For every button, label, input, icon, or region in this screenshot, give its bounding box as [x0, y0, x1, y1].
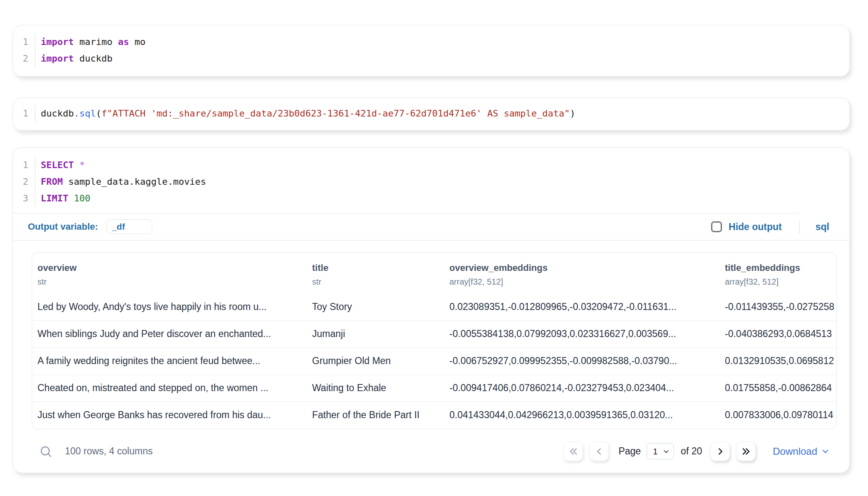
- previous-page-button[interactable]: [589, 441, 609, 461]
- download-label: Download: [773, 446, 817, 457]
- chevron-down-icon: [821, 447, 829, 455]
- last-page-button[interactable]: [736, 441, 756, 461]
- table-body: Led by Woody, Andy's toys live happily i…: [32, 293, 837, 429]
- row-count-summary: 100 rows, 4 columns: [65, 446, 153, 457]
- code-editor[interactable]: 1import marimo as mo2import duckdb: [13, 34, 849, 67]
- chevron-left-icon: [594, 446, 605, 457]
- duckdb-attach-cell: 1duckdb.sql(f"ATTACH 'md:_share/sample_d…: [12, 97, 850, 131]
- table-cell: 0.01755858,-0.00862864: [719, 374, 837, 402]
- code-token: f"ATTACH 'md:_share/sample_data/23b0d623…: [102, 108, 570, 119]
- column-dtype: str: [37, 277, 303, 287]
- column-dtype: array[f32, 512]: [725, 277, 834, 287]
- line-number: 3: [13, 190, 35, 207]
- table-row: Just when George Banks has recovered fro…: [32, 402, 837, 429]
- code-text: import marimo as mo: [35, 34, 146, 50]
- code-token: *: [79, 160, 85, 170]
- column-dtype: array[f32, 512]: [449, 277, 716, 287]
- column-name: overview: [37, 263, 303, 273]
- table-cell: Jumanji: [307, 320, 444, 347]
- table-cell: A family wedding reignites the ancient f…: [32, 347, 307, 374]
- table-cell: Just when George Banks has recovered fro…: [32, 402, 307, 429]
- code-line: 1SELECT *: [13, 157, 849, 174]
- code-line: 3LIMIT 100: [13, 190, 849, 207]
- column-name: overview_embeddings: [449, 263, 716, 273]
- table-cell: 0.007833006,0.09780114: [719, 402, 837, 429]
- next-page-button[interactable]: [710, 441, 730, 461]
- dataframe-table: overviewstrtitlestroverview_embeddingsar…: [32, 253, 837, 429]
- language-toggle-sql[interactable]: sql: [816, 221, 829, 233]
- page-select[interactable]: 1: [647, 443, 674, 459]
- code-token: [74, 160, 79, 170]
- code-token: marimo: [74, 37, 118, 47]
- chevrons-left-icon: [568, 446, 579, 457]
- code-token: duckdb: [41, 108, 74, 119]
- table-footer: 100 rows, 4 columns Page 1: [32, 441, 837, 473]
- chevrons-right-icon: [741, 446, 751, 457]
- output-variable-input[interactable]: [107, 219, 152, 234]
- table-row: Cheated on, mistreated and stepped on, t…: [32, 374, 837, 402]
- code-text: import duckdb: [35, 50, 112, 67]
- column-header[interactable]: overview_embeddingsarray[f32, 512]: [444, 253, 719, 293]
- table-cell: 0.041433044,0.042966213,0.0039591365,0.0…: [444, 402, 719, 429]
- table-cell: Cheated on, mistreated and stepped on, t…: [32, 374, 307, 402]
- page-count-label: of 20: [681, 446, 702, 457]
- first-page-button[interactable]: [563, 441, 583, 461]
- table-row: Led by Woody, Andy's toys live happily i…: [32, 293, 837, 320]
- code-editor[interactable]: 1duckdb.sql(f"ATTACH 'md:_share/sample_d…: [13, 105, 849, 122]
- table-cell: -0.011439355,-0.0275258: [719, 293, 837, 320]
- code-token: LIMIT: [41, 193, 68, 203]
- column-name: title: [312, 263, 441, 273]
- code-text: FROM sample_data.kaggle.movies: [35, 174, 206, 190]
- vertical-divider: [799, 220, 800, 234]
- column-header[interactable]: titlestr: [307, 253, 444, 293]
- python-import-cell: 1import marimo as mo2import duckdb: [12, 25, 850, 77]
- sql-editor[interactable]: 1SELECT *2FROM sample_data.kaggle.movies…: [13, 157, 849, 207]
- code-token: SELECT: [41, 160, 74, 170]
- code-token: 100: [74, 193, 90, 203]
- table-header: overviewstrtitlestroverview_embeddingsar…: [32, 253, 837, 293]
- chevron-right-icon: [715, 446, 726, 457]
- code-text: duckdb.sql(f"ATTACH 'md:_share/sample_da…: [35, 105, 575, 122]
- code-line: 2FROM sample_data.kaggle.movies: [13, 174, 849, 190]
- hide-output-label[interactable]: Hide output: [729, 221, 782, 233]
- page-select-value: 1: [653, 446, 658, 456]
- code-token: FROM: [41, 176, 63, 187]
- output-variable-bar: Output variable: Hide output sql: [13, 213, 849, 240]
- sql-query-cell: 1SELECT *2FROM sample_data.kaggle.movies…: [12, 147, 850, 473]
- table-cell: Grumpier Old Men: [307, 347, 444, 374]
- hide-output-checkbox[interactable]: [711, 221, 722, 232]
- code-token: (: [96, 108, 101, 119]
- table-cell: 0.023089351,-0.012809965,-0.03209472,-0.…: [444, 293, 719, 320]
- column-header[interactable]: title_embeddingsarray[f32, 512]: [719, 253, 837, 293]
- line-number: 2: [13, 50, 35, 67]
- code-token: ): [570, 108, 575, 119]
- column-header[interactable]: overviewstr: [32, 253, 307, 293]
- code-line: 1duckdb.sql(f"ATTACH 'md:_share/sample_d…: [13, 105, 849, 122]
- code-token: .: [74, 108, 79, 119]
- table-cell: Toy Story: [307, 293, 444, 320]
- column-dtype: str: [312, 277, 441, 287]
- table-cell: -0.006752927,0.099952355,-0.009982588,-0…: [444, 347, 719, 374]
- code-token: mo: [129, 37, 146, 47]
- code-line: 2import duckdb: [13, 50, 849, 67]
- code-token: import: [41, 37, 74, 47]
- output-bar-divider: [13, 240, 849, 241]
- table-cell: Led by Woody, Andy's toys live happily i…: [32, 293, 307, 320]
- column-name: title_embeddings: [725, 263, 834, 273]
- table-cell: -0.040386293,0.0684513: [719, 320, 837, 347]
- code-token: [68, 193, 74, 203]
- code-token: sql: [79, 108, 96, 119]
- pagination: Page 1 of 20: [563, 441, 837, 461]
- chevron-down-icon: [663, 448, 670, 455]
- table-cell: When siblings Judy and Peter discover an…: [32, 320, 307, 347]
- table-cell: -0.009417406,0.07860214,-0.023279453,0.0…: [444, 374, 719, 402]
- code-token: as: [118, 37, 129, 47]
- code-text: LIMIT 100: [35, 190, 90, 207]
- download-button[interactable]: Download: [773, 446, 829, 457]
- marimo-notebook: 1import marimo as mo2import duckdb 1duck…: [0, 25, 868, 496]
- table-row: A family wedding reignites the ancient f…: [32, 347, 837, 374]
- code-token: duckdb: [74, 53, 112, 64]
- page-label: Page: [618, 446, 641, 457]
- line-number: 1: [13, 105, 35, 122]
- search-icon[interactable]: [39, 445, 52, 458]
